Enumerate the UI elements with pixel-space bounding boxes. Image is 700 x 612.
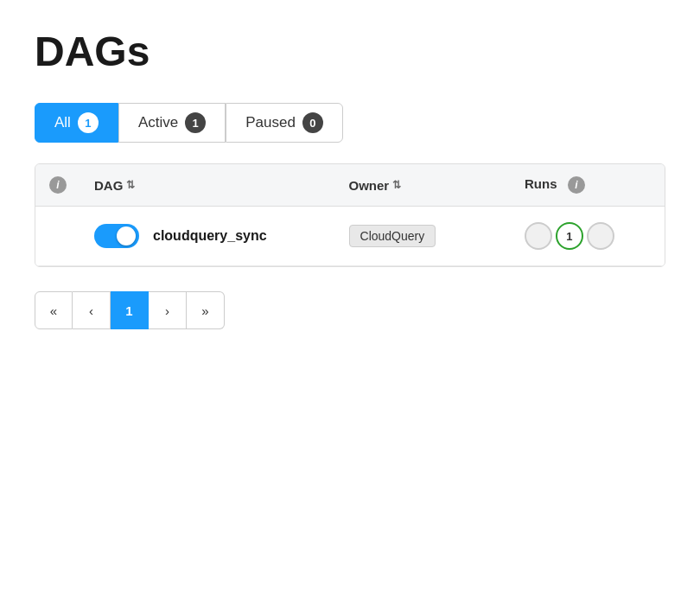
owner-sort-button[interactable]: Owner ⇅ xyxy=(349,178,402,193)
pagination: « ‹ 1 › » xyxy=(35,291,665,329)
sort-icon-owner: ⇅ xyxy=(392,179,401,191)
dag-sort-button[interactable]: DAG ⇅ xyxy=(94,178,135,193)
owner-badge: CloudQuery xyxy=(349,225,436,247)
filter-tabs: All 1 Active 1 Paused 0 xyxy=(35,103,665,143)
tab-paused-label: Paused xyxy=(245,114,296,131)
col-runs-label: Runs xyxy=(525,176,557,191)
toggle-slider xyxy=(94,224,139,248)
tab-active-label: Active xyxy=(138,114,178,131)
page-first-button[interactable]: « xyxy=(35,291,73,329)
runs-circles: 1 xyxy=(525,222,651,250)
page-last-button[interactable]: » xyxy=(187,291,225,329)
dag-table: i DAG ⇅ Owner ⇅ Runs i xyxy=(35,164,665,266)
col-header-owner: Owner ⇅ xyxy=(335,164,511,207)
tab-all-badge: 1 xyxy=(78,112,99,133)
col-owner-label: Owner xyxy=(349,178,390,193)
row-info-cell xyxy=(35,207,80,266)
row-owner-cell: CloudQuery xyxy=(335,207,511,266)
sort-icon-dag: ⇅ xyxy=(126,179,135,191)
col-dag-label: DAG xyxy=(94,178,123,193)
tab-paused[interactable]: Paused 0 xyxy=(226,103,343,143)
tab-paused-badge: 0 xyxy=(302,112,323,133)
dag-name[interactable]: cloudquery_sync xyxy=(153,228,267,244)
run-circle-2: 1 xyxy=(556,222,583,250)
row-dag-cell: cloudquery_sync xyxy=(80,207,335,266)
info-icon[interactable]: i xyxy=(49,176,67,194)
tab-active[interactable]: Active 1 xyxy=(118,103,226,143)
run-circle-1 xyxy=(525,222,552,250)
tab-all-label: All xyxy=(54,114,71,131)
tab-active-badge: 1 xyxy=(185,112,206,133)
dag-toggle[interactable] xyxy=(94,224,139,248)
table-header-row: i DAG ⇅ Owner ⇅ Runs i xyxy=(35,164,665,207)
col-header-dag: DAG ⇅ xyxy=(80,164,335,207)
dag-table-wrapper: i DAG ⇅ Owner ⇅ Runs i xyxy=(35,163,665,267)
col-header-runs: Runs i xyxy=(511,164,665,207)
tab-all[interactable]: All 1 xyxy=(35,103,118,143)
run-circle-3 xyxy=(587,222,614,250)
table-row: cloudquery_sync CloudQuery 1 xyxy=(35,207,665,266)
col-header-info: i xyxy=(35,164,80,207)
row-runs-cell: 1 xyxy=(511,207,665,266)
page-current-button[interactable]: 1 xyxy=(111,291,149,329)
page-title: DAGs xyxy=(35,28,665,75)
runs-info-icon[interactable]: i xyxy=(568,176,585,194)
page-prev-button[interactable]: ‹ xyxy=(73,291,111,329)
page-next-button[interactable]: › xyxy=(149,291,187,329)
run-circle-2-value: 1 xyxy=(566,230,572,243)
